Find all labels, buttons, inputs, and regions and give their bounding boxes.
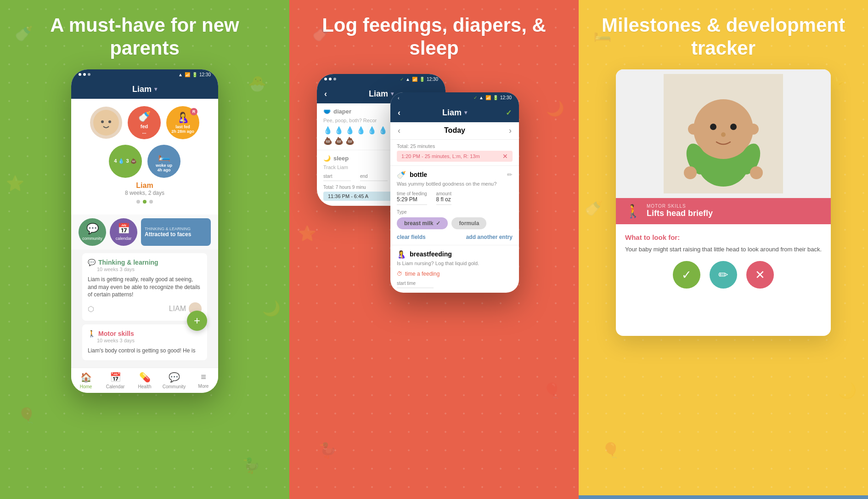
tab-home-label: Home — [80, 384, 92, 389]
phone-1-container: ▲ 📶 🔋 12:30 Liam ▾ — [0, 69, 289, 499]
tab-community[interactable]: 💬 Community — [159, 368, 189, 393]
sleep-icon: 🛏️ — [158, 150, 170, 162]
last-fed-stat[interactable]: R 🤱 last fed 2h 28m ago — [166, 106, 199, 139]
total-label: Total: 25 minutes — [397, 143, 513, 149]
milestone-check-btn[interactable]: ✓ — [673, 261, 700, 289]
bf-title-row: 🤱 breastfeeding — [397, 250, 513, 259]
community-nav-btn[interactable]: 💬 community — [79, 218, 106, 246]
tab-calendar-label: Calendar — [106, 384, 125, 389]
poop-2: 💩 — [334, 136, 344, 145]
bottle-hint: Was yummy bottled goodness on the menu? — [397, 181, 513, 187]
indicator-dots — [136, 196, 153, 207]
time-field: time of feeding 5:29 PM — [397, 191, 427, 205]
baby-illustration — [616, 69, 831, 198]
community-icon: 💬 — [86, 223, 99, 235]
drop-5: 💧 — [367, 126, 377, 135]
milestone-banner[interactable]: THINKING & LEARNING Attracted to faces — [141, 218, 211, 246]
fab-add-button[interactable]: + — [187, 311, 207, 331]
article-1-title: 💬 Thinking & learning — [88, 259, 202, 266]
drop-3: 💧 — [345, 126, 355, 135]
bottom-tabs: 🏠 Home 📅 Calendar 💊 Health 💬 Community ≡ — [71, 368, 218, 393]
remove-entry-btn[interactable]: ✕ — [502, 153, 508, 160]
time-feeding-btn[interactable]: ⏱ time a feeding — [397, 271, 513, 277]
svg-point-5 — [693, 99, 753, 159]
time-value[interactable]: 5:29 PM — [397, 196, 427, 205]
motor-icon: 🚶 — [88, 330, 96, 337]
signal-dot — [83, 73, 86, 76]
status-icons: ▲ 📶 🔋 12:30 — [178, 72, 211, 77]
milestone-body: What to look for: Your baby might start … — [616, 224, 831, 302]
panel-2: 🍼 🌙 ⭐ 🎈 🦆 Log feedings, diapers, & sleep… — [289, 0, 579, 499]
back-btn-front: ‹ — [398, 95, 400, 101]
phone-2-container: ✓ ▲ 📶 🔋 12:30 ‹ Liam ▾ 🩲 diaper Pee, poo… — [289, 69, 579, 499]
breastfeeding-section: 🤱 breastfeeding Is Liam nursing? Log tha… — [390, 245, 519, 293]
nursing-icon: 🤱 — [177, 112, 189, 124]
walking-icon: 🚶 — [625, 204, 641, 219]
start-time-field: start time — [397, 281, 513, 288]
tab-calendar[interactable]: 📅 Calendar — [101, 368, 130, 393]
add-entry-btn[interactable]: add another entry — [466, 234, 513, 240]
time-entry-text: 1:20 PM - 25 minutes, L:m, R: 13m — [401, 153, 480, 159]
next-day[interactable]: › — [509, 126, 512, 136]
back-chevron: ▾ — [391, 91, 394, 97]
svg-point-13 — [684, 166, 697, 179]
time: 12:30 — [199, 72, 211, 77]
prev-day[interactable]: ‹ — [398, 126, 400, 136]
edit-bottle-icon[interactable]: ✏ — [507, 171, 513, 178]
amount-value[interactable]: 8 fl oz — [436, 196, 451, 205]
tab-health[interactable]: 💊 Health — [130, 368, 159, 393]
milestone-description: Your baby might start raising that littl… — [625, 245, 822, 254]
quick-nav-row: 💬 community 📅 calendar THINKING & LEARNI… — [71, 215, 218, 250]
chevron-down-icon: ▾ — [154, 86, 157, 92]
back-arrow: ‹ — [324, 89, 327, 99]
article-1-footer: ⬡ LIAM — [88, 302, 202, 315]
clear-fields-btn[interactable]: clear fields — [397, 234, 426, 240]
check-mark-icon: ✓ — [682, 268, 692, 282]
bf-icon: 🤱 — [397, 250, 406, 259]
milestone-edit-btn[interactable]: ✏ — [710, 261, 737, 289]
status-bar-1: ▲ 📶 🔋 12:30 — [71, 69, 218, 80]
article-1-body: Liam is getting really, really good at s… — [88, 276, 202, 299]
check-icon: ✓ — [436, 220, 440, 227]
panel-1: 🍼 🐣 ⭐ 🌙 🎈 🦆 A must-have for new parents … — [0, 0, 289, 499]
bottom-blue-bar — [579, 495, 868, 499]
article-thinking[interactable]: 💬 Thinking & learning 10 weeks 3 days Li… — [82, 253, 207, 321]
dot-1 — [136, 200, 140, 204]
share-icon[interactable]: ⬡ — [88, 305, 94, 313]
svg-point-8 — [710, 124, 716, 130]
sleep-stat[interactable]: 🛏️ woke up 4h ago — [147, 145, 180, 178]
bottle-icon: 🍼 — [138, 111, 151, 123]
article-2-title: 🚶 Motor skills — [88, 330, 202, 337]
tab-more[interactable]: ≡ More — [189, 368, 218, 393]
tab-home[interactable]: 🏠 Home — [71, 368, 101, 393]
fed-stat[interactable]: 🍼 fed ... — [128, 106, 161, 139]
calendar-icon: 📅 — [118, 223, 130, 235]
baby-name-nav: Liam — [132, 85, 152, 94]
milestone-card: 🚶 MOTOR SKILLS Lifts head briefly What t… — [616, 69, 831, 336]
woke-label: woke up — [156, 163, 172, 168]
calendar-label: calendar — [116, 236, 132, 241]
diaper-sleep-row: 4 💧 3 💩 🛏️ woke up 4h ago — [109, 145, 180, 178]
start-time-value[interactable] — [397, 286, 434, 288]
skill-title: Lifts head briefly — [647, 209, 713, 218]
breast-milk-btn[interactable]: breast milk ✓ — [397, 217, 448, 229]
checkmark-front: ✓ — [473, 95, 477, 100]
article-2-body: Liam's body control is getting so good! … — [88, 347, 202, 355]
calendar-nav-btn[interactable]: 📅 calendar — [110, 218, 137, 246]
article-1-subtitle: 10 weeks 3 days — [97, 267, 202, 272]
bottle-fields: time of feeding 5:29 PM amount 8 fl oz — [397, 191, 513, 205]
diaper-stat[interactable]: 4 💧 3 💩 — [109, 145, 142, 178]
formula-btn[interactable]: formula — [451, 217, 486, 229]
poop-1: 💩 — [323, 136, 333, 145]
x-icon: ✕ — [755, 268, 765, 282]
type-section: Type breast milk ✓ formula — [397, 210, 513, 229]
amount-label: amount — [436, 191, 451, 196]
article-motor[interactable]: 🚶 Motor skills 10 weeks 3 days Liam's bo… — [82, 324, 207, 360]
front-back-arrow: ‹ — [398, 108, 400, 118]
wifi-back-icon: ▲ — [406, 77, 410, 82]
signal-dot — [88, 73, 90, 76]
end-time: end — [360, 174, 388, 181]
baby-age: 8 weeks, 2 days — [125, 190, 164, 196]
svg-point-1 — [101, 120, 104, 123]
milestone-dismiss-btn[interactable]: ✕ — [746, 261, 774, 289]
